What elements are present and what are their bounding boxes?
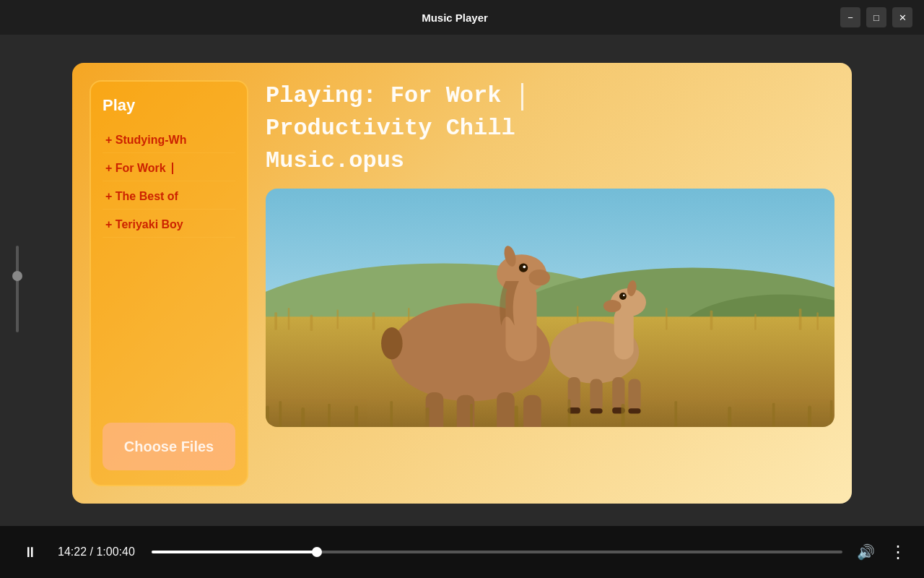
volume-button[interactable]: 🔊 xyxy=(857,543,875,561)
svg-rect-52 xyxy=(266,406,269,428)
choose-files-button[interactable]: Choose Files xyxy=(103,423,235,470)
svg-rect-67 xyxy=(830,400,833,427)
svg-rect-65 xyxy=(772,403,775,427)
player-container: Play + Studying-Wh + For Work + The Best… xyxy=(72,63,852,504)
svg-rect-47 xyxy=(628,379,640,411)
active-cursor xyxy=(172,163,173,174)
close-button[interactable]: ✕ xyxy=(892,7,912,27)
svg-rect-58 xyxy=(426,407,430,427)
svg-rect-61 xyxy=(568,400,571,427)
time-display: 14:22 / 1:00:40 xyxy=(58,545,137,558)
playlist-item-1-label: + Studying-Wh xyxy=(105,134,186,147)
svg-rect-8 xyxy=(337,310,339,329)
playlist-items: + Studying-Wh + For Work + The Best of +… xyxy=(103,128,235,408)
window-title: Music Player xyxy=(69,12,840,24)
svg-point-42 xyxy=(623,295,624,296)
svg-rect-64 xyxy=(728,407,731,427)
left-volume-slider[interactable] xyxy=(16,246,19,332)
svg-rect-56 xyxy=(354,406,358,428)
playlist-item-3[interactable]: + The Best of xyxy=(103,184,235,210)
play-label: Play xyxy=(103,96,235,115)
more-icon: ⋮ xyxy=(889,542,907,562)
svg-point-26 xyxy=(523,266,526,269)
now-playing-text: Playing: For WorkProductivity ChillMusic… xyxy=(266,80,515,177)
volume-track xyxy=(16,246,19,332)
more-options-button[interactable]: ⋮ xyxy=(889,542,907,562)
maximize-button[interactable]: □ xyxy=(866,7,886,27)
svg-rect-49 xyxy=(590,409,602,414)
pause-icon: ⏸ xyxy=(23,544,38,561)
controls-bar: ⏸ 14:22 / 1:00:40 🔊 ⋮ xyxy=(0,526,924,578)
svg-rect-60 xyxy=(515,406,518,428)
svg-rect-5 xyxy=(274,313,277,331)
svg-rect-62 xyxy=(622,404,625,427)
svg-rect-55 xyxy=(328,404,331,427)
playlist-item-3-label: + The Best of xyxy=(105,190,178,203)
svg-rect-66 xyxy=(808,406,811,428)
svg-rect-17 xyxy=(710,311,713,330)
playlist-item-1[interactable]: + Studying-Wh xyxy=(103,128,235,153)
progress-container[interactable] xyxy=(152,551,842,553)
svg-rect-51 xyxy=(628,409,640,414)
svg-rect-31 xyxy=(497,392,515,427)
album-art xyxy=(266,189,834,427)
llama-artwork xyxy=(266,189,834,427)
title-cursor xyxy=(521,83,523,111)
svg-rect-45 xyxy=(590,379,602,411)
svg-rect-4 xyxy=(266,317,834,428)
svg-rect-53 xyxy=(279,402,282,428)
svg-rect-20 xyxy=(816,313,818,331)
player-main: Playing: For WorkProductivity ChillMusic… xyxy=(266,80,834,486)
playlist-item-4-label: + Teriyaki Boy xyxy=(105,218,183,231)
svg-point-24 xyxy=(528,269,550,285)
svg-rect-63 xyxy=(674,402,677,428)
progress-track[interactable] xyxy=(152,551,842,553)
volume-thumb xyxy=(12,271,22,281)
svg-rect-7 xyxy=(310,315,313,331)
title-bar: Music Player − □ ✕ xyxy=(0,0,924,35)
volume-icon: 🔊 xyxy=(857,543,875,561)
svg-point-41 xyxy=(619,293,627,300)
svg-rect-32 xyxy=(523,395,541,427)
total-time: 1:00:40 xyxy=(96,545,134,558)
playlist-item-2-label: + For Work xyxy=(105,162,166,175)
minimize-button[interactable]: − xyxy=(840,7,860,27)
progress-thumb[interactable] xyxy=(312,547,322,557)
svg-point-28 xyxy=(381,327,403,359)
playlist-sidebar: Play + Studying-Wh + For Work + The Best… xyxy=(90,80,248,486)
window-controls: − □ ✕ xyxy=(840,7,912,27)
playlist-item-2[interactable]: + For Work xyxy=(103,156,235,181)
progress-fill xyxy=(152,551,317,553)
main-content: Play + Studying-Wh + For Work + The Best… xyxy=(0,35,924,526)
svg-rect-18 xyxy=(754,314,756,330)
svg-point-40 xyxy=(603,300,622,312)
svg-rect-54 xyxy=(301,407,305,427)
current-time: 14:22 xyxy=(58,545,87,558)
playlist-item-4[interactable]: + Teriyaki Boy xyxy=(103,212,235,238)
now-playing-title: Playing: For WorkProductivity ChillMusic… xyxy=(266,80,834,177)
svg-rect-59 xyxy=(470,404,473,427)
svg-rect-6 xyxy=(288,308,289,330)
svg-rect-16 xyxy=(666,308,667,330)
svg-rect-57 xyxy=(390,402,393,428)
svg-rect-9 xyxy=(372,313,375,331)
svg-rect-19 xyxy=(799,309,802,331)
pause-button[interactable]: ⏸ xyxy=(17,539,43,565)
